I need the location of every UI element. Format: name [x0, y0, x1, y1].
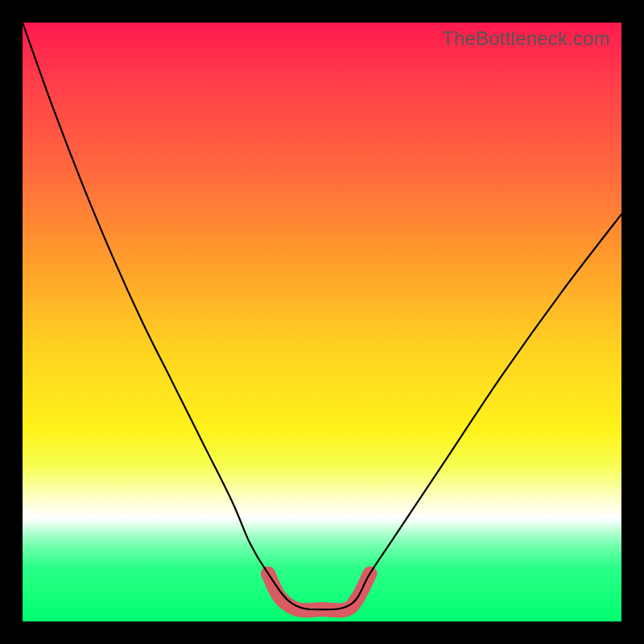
chart-frame: TheBottleneck.com — [0, 0, 644, 644]
chart-plot-area: TheBottleneck.com — [23, 23, 621, 621]
bottleneck-curve-path — [23, 23, 621, 609]
sweet-spot-path — [268, 573, 369, 610]
chart-svg — [23, 23, 621, 621]
